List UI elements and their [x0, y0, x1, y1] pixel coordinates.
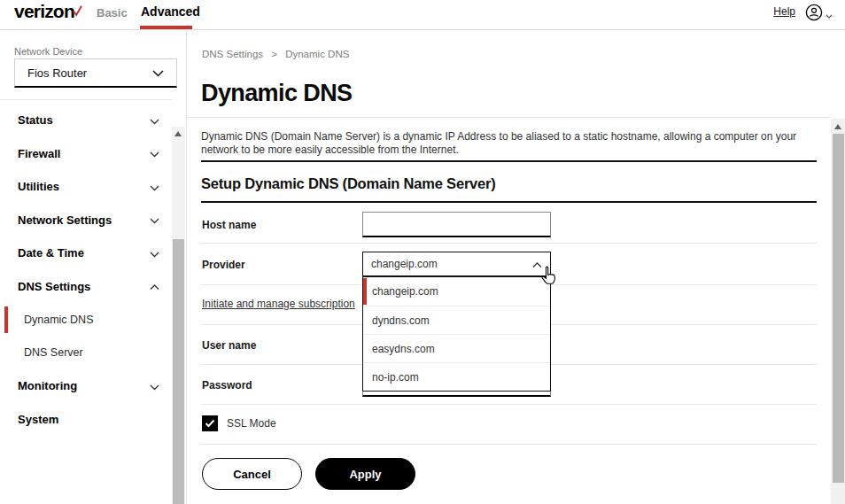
checkmark-icon	[205, 419, 215, 428]
row-divider	[201, 444, 817, 445]
chevron-down-icon	[826, 6, 833, 22]
breadcrumb: DNS Settings > Dynamic DNS	[202, 49, 349, 59]
sidebar-item-monitoring[interactable]: Monitoring	[0, 369, 172, 403]
sidebar-menu: Status Firewall Utilities Network Settin…	[0, 104, 172, 436]
breadcrumb-dynamic-dns[interactable]: Dynamic DNS	[285, 49, 349, 59]
verizon-checkmark-icon	[73, 0, 82, 21]
breadcrumb-dns-settings[interactable]: DNS Settings	[202, 49, 263, 59]
main-scrollbar-thumb[interactable]	[833, 134, 844, 483]
page-title: Dynamic DNS	[201, 80, 352, 107]
sidebar-item-dns-server[interactable]: DNS Server	[0, 337, 172, 370]
active-tab-underline	[140, 26, 192, 29]
sidebar-item-dns-settings[interactable]: DNS Settings	[0, 270, 172, 304]
host-name-input[interactable]	[362, 212, 551, 237]
user-avatar-icon	[805, 4, 823, 25]
sidebar-item-firewall[interactable]: Firewall	[0, 137, 172, 171]
chevron-down-icon	[150, 378, 159, 394]
ssl-mode-checkbox[interactable]	[202, 415, 218, 431]
account-menu-button[interactable]	[805, 4, 833, 25]
chevron-down-icon	[150, 145, 159, 161]
cancel-button[interactable]: Cancel	[202, 458, 302, 490]
sidebar: Network Device Fios Router Status Firewa…	[0, 31, 172, 504]
selected-option-indicator	[363, 278, 367, 305]
main-content: DNS Settings > Dynamic DNS Dynamic DNS D…	[187, 31, 845, 504]
sidebar-scrollbar-thumb[interactable]	[173, 239, 184, 504]
provider-option-noip[interactable]: no-ip.com	[363, 362, 550, 391]
provider-option-dyndns[interactable]: dyndns.com	[363, 306, 550, 334]
ssl-mode-label: SSL Mode	[227, 417, 276, 430]
device-select-value: Fios Router	[27, 66, 87, 80]
chevron-up-icon	[532, 256, 542, 272]
sidebar-scrollbar[interactable]	[172, 127, 185, 504]
main-scrollbar[interactable]	[831, 119, 845, 504]
chevron-down-icon	[152, 65, 164, 81]
section-heading: Setup Dynamic DNS (Domain Name Server)	[201, 175, 496, 192]
chevron-down-icon	[150, 245, 159, 261]
verizon-logo: verizon	[14, 1, 74, 22]
content-top-divider	[187, 117, 831, 118]
active-item-indicator	[4, 306, 8, 333]
chevron-down-icon	[150, 112, 159, 128]
sidebar-divider	[0, 99, 172, 100]
ssl-mode-checkbox-row[interactable]: SSL Mode	[202, 415, 276, 431]
provider-select-value: changeip.com	[371, 258, 438, 270]
sidebar-item-dynamic-dns[interactable]: Dynamic DNS	[0, 303, 172, 337]
provider-label: Provider	[202, 259, 245, 271]
network-device-label: Network Device	[14, 46, 82, 57]
verizon-logo-text: verizon	[14, 1, 74, 21]
breadcrumb-separator: >	[271, 49, 277, 59]
host-name-label: Host name	[202, 219, 256, 231]
scroll-up-arrow-icon[interactable]	[174, 131, 182, 136]
section-divider	[201, 201, 817, 203]
manage-subscription-link[interactable]: Initiate and manage subscription	[202, 298, 355, 310]
section-divider	[201, 160, 817, 162]
chevron-up-icon	[150, 278, 159, 294]
device-select[interactable]: Fios Router	[14, 58, 177, 88]
scroll-up-arrow-icon[interactable]	[834, 124, 841, 129]
provider-select[interactable]: changeip.com	[362, 252, 551, 276]
apply-button[interactable]: Apply	[315, 458, 415, 490]
row-divider	[201, 404, 817, 405]
provider-dropdown-list: changeip.com dyndns.com easydns.com no-i…	[362, 276, 551, 392]
provider-option-changeip[interactable]: changeip.com	[363, 277, 550, 306]
sidebar-item-system[interactable]: System	[0, 403, 172, 437]
user-name-label: User name	[202, 339, 256, 352]
tab-basic[interactable]: Basic	[97, 6, 128, 19]
chevron-down-icon	[150, 212, 159, 228]
help-link[interactable]: Help	[773, 5, 795, 18]
page-description: Dynamic DNS (Domain Name Server) is a dy…	[201, 130, 798, 157]
sidebar-item-network-settings[interactable]: Network Settings	[0, 204, 172, 237]
tab-advanced[interactable]: Advanced	[141, 4, 200, 19]
sidebar-item-status[interactable]: Status	[0, 104, 172, 137]
password-label: Password	[202, 379, 252, 392]
provider-option-easydns[interactable]: easydns.com	[363, 334, 550, 362]
sidebar-item-utilities[interactable]: Utilities	[0, 170, 172, 204]
sidebar-item-date-time[interactable]: Date & Time	[0, 236, 172, 270]
row-divider	[201, 243, 817, 244]
chevron-down-icon	[150, 179, 159, 195]
top-header: verizon Basic Advanced Help	[0, 0, 845, 30]
